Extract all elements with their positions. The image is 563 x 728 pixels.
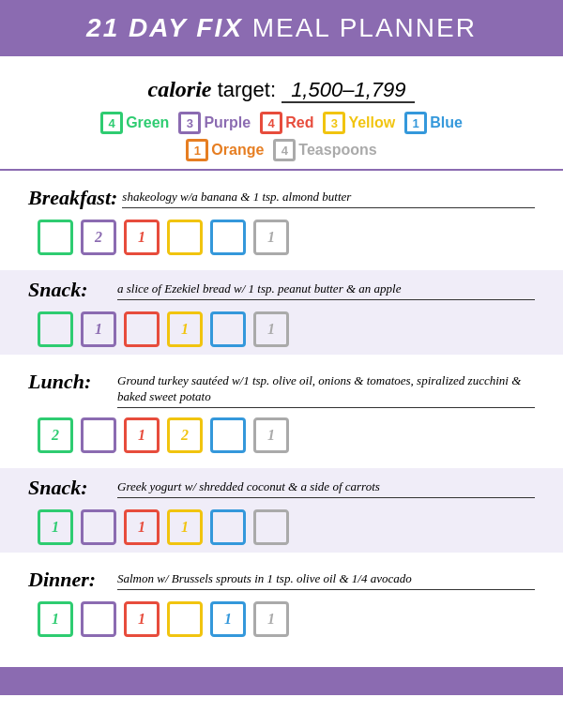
- header: 21 DAY FIX MEAL PLANNER: [0, 0, 563, 56]
- lunch-yellow: 2: [167, 417, 203, 453]
- orange-label: Orange: [211, 142, 264, 159]
- color-item-purple: 3 Purple: [178, 112, 251, 134]
- title-meal-planner: MEAL PLANNER: [252, 13, 477, 42]
- lunch-containers: 2 1 2 1: [38, 414, 535, 457]
- breakfast-header: Breakfast: shakeology w/a banana & 1 tsp…: [28, 186, 535, 210]
- snack2-purple: [81, 509, 116, 545]
- snack2-name: Snack:: [28, 476, 113, 500]
- red-label: Red: [285, 114, 313, 131]
- green-label: Green: [126, 114, 169, 131]
- meal-lunch: Lunch: Ground turkey sautéed w/1 tsp. ol…: [28, 362, 535, 461]
- snack2-yellow: 1: [167, 509, 203, 545]
- dinner-purple: [81, 601, 116, 637]
- title-fix: 21 DAY FIX: [86, 13, 243, 42]
- main-content: calorie target: 1,500–1,799 4 Green 3 Pu…: [0, 56, 563, 667]
- teaspoons-label: Teaspoons: [298, 142, 376, 159]
- meal-snack2: Snack: Greek yogurt w/ shredded coconut …: [0, 468, 563, 553]
- lunch-name: Lunch:: [28, 370, 113, 394]
- top-divider: [0, 169, 563, 171]
- color-targets: 4 Green 3 Purple 4 Red 3 Yellow 1 Blue: [28, 112, 535, 161]
- dinner-red: 1: [124, 601, 160, 637]
- lunch-blue: [210, 417, 246, 453]
- breakfast-name: Breakfast:: [28, 186, 117, 210]
- snack1-yellow: 1: [167, 311, 203, 347]
- lunch-description: Ground turkey sautéed w/1 tsp. olive oil…: [117, 373, 535, 408]
- dinner-gray: 1: [253, 601, 289, 637]
- page-title: 21 DAY FIX MEAL PLANNER: [19, 13, 544, 43]
- breakfast-containers: 2 1 1: [38, 216, 535, 259]
- blue-box: 1: [404, 112, 427, 134]
- color-item-teaspoons: 4 Teaspoons: [273, 139, 376, 161]
- snack2-blue: [210, 509, 246, 545]
- blue-label: Blue: [430, 114, 463, 131]
- orange-box: 1: [186, 139, 208, 161]
- purple-box: 3: [178, 112, 201, 134]
- snack1-gray: 1: [253, 311, 289, 347]
- snack2-gray: [253, 509, 289, 545]
- snack2-red: 1: [124, 509, 160, 545]
- calorie-target: calorie target: 1,500–1,799: [28, 77, 535, 102]
- breakfast-gray: 1: [253, 220, 289, 255]
- lunch-purple: [81, 417, 116, 453]
- color-item-green: 4 Green: [100, 112, 169, 134]
- teaspoons-box: 4: [273, 139, 296, 161]
- green-box: 4: [100, 112, 123, 134]
- snack1-name: Snack:: [28, 278, 113, 302]
- meal-breakfast: Breakfast: shakeology w/a banana & 1 tsp…: [28, 178, 535, 263]
- snack2-green: 1: [38, 509, 73, 545]
- snack1-containers: 1 1 1: [38, 308, 535, 351]
- snack1-purple: 1: [81, 311, 116, 347]
- lunch-green: 2: [38, 417, 73, 453]
- dinner-blue: 1: [210, 601, 246, 637]
- dinner-green: 1: [38, 601, 73, 637]
- footer-bar: [0, 667, 563, 695]
- snack2-containers: 1 1 1: [38, 506, 535, 549]
- breakfast-blue: [210, 220, 246, 255]
- breakfast-purple: 2: [81, 220, 116, 255]
- snack1-header: Snack: a slice of Ezekiel bread w/ 1 tsp…: [28, 278, 535, 302]
- color-item-red: 4 Red: [260, 112, 313, 134]
- dinner-containers: 1 1 1 1: [38, 598, 535, 641]
- yellow-label: Yellow: [348, 114, 395, 131]
- yellow-box: 3: [323, 112, 345, 134]
- meal-snack1: Snack: a slice of Ezekiel bread w/ 1 tsp…: [0, 270, 563, 355]
- color-item-blue: 1 Blue: [404, 112, 463, 134]
- dinner-header: Dinner: Salmon w/ Brussels sprouts in 1 …: [28, 568, 535, 592]
- color-item-yellow: 3 Yellow: [323, 112, 395, 134]
- snack1-red: [124, 311, 160, 347]
- color-item-orange: 1 Orange: [186, 139, 264, 161]
- dinner-name: Dinner:: [28, 568, 113, 592]
- calorie-label-normal: target:: [212, 78, 276, 101]
- red-box: 4: [260, 112, 282, 134]
- snack1-description: a slice of Ezekiel bread w/ 1 tsp. peanu…: [117, 281, 535, 300]
- dinner-description: Salmon w/ Brussels sprouts in 1 tsp. oli…: [117, 571, 535, 590]
- dinner-yellow: [167, 601, 203, 637]
- purple-label: Purple: [204, 114, 251, 131]
- lunch-header: Lunch: Ground turkey sautéed w/1 tsp. ol…: [28, 370, 535, 408]
- breakfast-green: [38, 220, 73, 255]
- color-targets-row2: 1 Orange 4 Teaspoons: [28, 139, 535, 161]
- snack1-blue: [210, 311, 246, 347]
- breakfast-yellow: [167, 220, 203, 255]
- color-targets-row1: 4 Green 3 Purple 4 Red 3 Yellow 1 Blue: [28, 112, 535, 134]
- snack2-header: Snack: Greek yogurt w/ shredded coconut …: [28, 476, 535, 500]
- breakfast-description: shakeology w/a banana & 1 tsp. almond bu…: [122, 190, 535, 208]
- lunch-gray: 1: [253, 417, 289, 453]
- snack2-description: Greek yogurt w/ shredded coconut & a sid…: [117, 479, 535, 498]
- meal-dinner: Dinner: Salmon w/ Brussels sprouts in 1 …: [28, 560, 535, 645]
- calorie-value: 1,500–1,799: [282, 78, 415, 103]
- breakfast-red: 1: [124, 220, 160, 255]
- lunch-red: 1: [124, 417, 160, 453]
- snack1-green: [38, 311, 73, 347]
- calorie-label-italic: calorie: [148, 77, 212, 101]
